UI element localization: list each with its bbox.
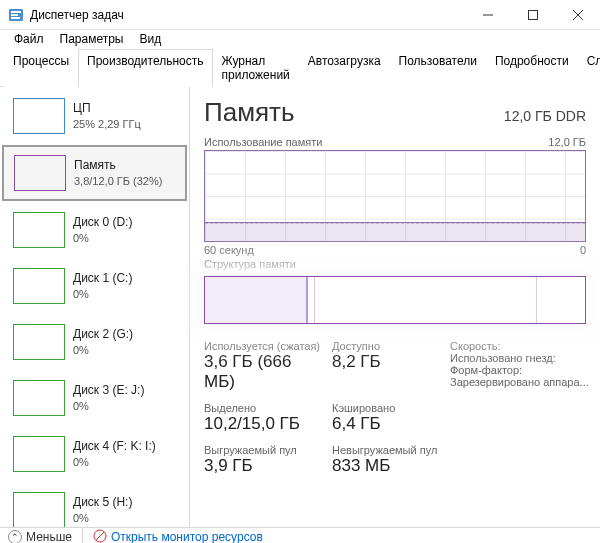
sidebar-item-3[interactable]: Диск 1 (C:)0% — [2, 259, 187, 313]
less-label: Меньше — [26, 530, 72, 543]
usage-chart — [204, 150, 586, 242]
svg-rect-3 — [11, 17, 20, 19]
app-icon — [8, 7, 24, 23]
chart-x-end: 0 — [580, 244, 586, 256]
sidebar-item-6[interactable]: Диск 4 (F: K: I:)0% — [2, 427, 187, 481]
resource-monitor-icon — [93, 529, 107, 544]
sidebar-thumb-icon — [13, 380, 65, 416]
paged-label: Выгружаемый пул — [204, 444, 324, 456]
nonpaged-label: Невыгружаемый пул — [332, 444, 442, 456]
avail-value: 8,2 ГБ — [332, 352, 442, 372]
tab-performance[interactable]: Производительность — [78, 49, 212, 87]
memory-composition — [204, 276, 586, 324]
commit-value: 10,2/15,0 ГБ — [204, 414, 324, 434]
sidebar-item-name: Диск 4 (F: K: I:) — [73, 438, 156, 454]
slots-label: Использовано гнезд: — [450, 352, 600, 364]
svg-line-9 — [96, 532, 104, 540]
sidebar-item-sub: 0% — [73, 231, 132, 246]
sidebar-item-name: Диск 3 (E: J:) — [73, 382, 144, 398]
speed-label: Скорость: — [450, 340, 600, 352]
tab-details[interactable]: Подробности — [486, 49, 578, 87]
page-title: Память — [204, 97, 295, 128]
sidebar-item-name: Диск 2 (G:) — [73, 326, 133, 342]
sidebar-item-name: Диск 1 (C:) — [73, 270, 132, 286]
sidebar-item-1[interactable]: Память3,8/12,0 ГБ (32%) — [2, 145, 187, 201]
stats-grid: Используется (сжатая)3,6 ГБ (666 МБ) Дос… — [204, 340, 586, 482]
sidebar-thumb-icon — [14, 155, 66, 191]
menubar: Файл Параметры Вид — [0, 30, 600, 48]
close-button[interactable] — [555, 0, 600, 29]
struct-label: Структура памяти — [204, 258, 586, 270]
sidebar-item-sub: 25% 2,29 ГГц — [73, 117, 141, 132]
sidebar[interactable]: ЦП25% 2,29 ГГцПамять3,8/12,0 ГБ (32%)Дис… — [0, 87, 190, 527]
sidebar-item-sub: 3,8/12,0 ГБ (32%) — [74, 174, 162, 189]
memory-spec: 12,0 ГБ DDR — [504, 108, 586, 124]
sidebar-item-sub: 0% — [73, 343, 133, 358]
resource-monitor-label: Открыть монитор ресурсов — [111, 530, 263, 543]
sidebar-item-sub: 0% — [73, 287, 132, 302]
menu-view[interactable]: Вид — [131, 30, 169, 48]
sidebar-thumb-icon — [13, 324, 65, 360]
sidebar-thumb-icon — [13, 98, 65, 134]
tab-users[interactable]: Пользователи — [390, 49, 486, 87]
nonpaged-value: 833 МБ — [332, 456, 442, 476]
tabs: Процессы Производительность Журнал прило… — [0, 48, 600, 87]
used-value: 3,6 ГБ (666 МБ) — [204, 352, 324, 392]
menu-options[interactable]: Параметры — [52, 30, 132, 48]
sidebar-item-0[interactable]: ЦП25% 2,29 ГГц — [2, 89, 187, 143]
svg-rect-2 — [11, 14, 18, 16]
sidebar-item-sub: 0% — [73, 399, 144, 414]
menu-file[interactable]: Файл — [6, 30, 52, 48]
svg-rect-5 — [528, 10, 537, 19]
sidebar-item-sub: 0% — [73, 455, 156, 470]
sidebar-thumb-icon — [13, 212, 65, 248]
usage-label: Использование памяти — [204, 136, 322, 148]
tab-services[interactable]: Службы — [578, 49, 600, 87]
sidebar-item-name: Диск 0 (D:) — [73, 214, 132, 230]
sidebar-item-name: Память — [74, 157, 162, 173]
cached-label: Кэшировано — [332, 402, 442, 414]
svg-rect-1 — [11, 11, 21, 13]
sidebar-item-7[interactable]: Диск 5 (H:)0% — [2, 483, 187, 527]
reserved-label: Зарезервировано аппара... — [450, 376, 600, 388]
paged-value: 3,9 ГБ — [204, 456, 324, 476]
avail-label: Доступно — [332, 340, 442, 352]
titlebar: Диспетчер задач — [0, 0, 600, 30]
sidebar-item-sub: 0% — [73, 511, 132, 526]
divider — [82, 528, 83, 543]
fewer-details-button[interactable]: ⌃ Меньше — [8, 530, 72, 543]
sidebar-item-5[interactable]: Диск 3 (E: J:)0% — [2, 371, 187, 425]
sidebar-item-name: Диск 5 (H:) — [73, 494, 132, 510]
form-label: Форм-фактор: — [450, 364, 600, 376]
tab-startup[interactable]: Автозагрузка — [299, 49, 390, 87]
sidebar-item-name: ЦП — [73, 100, 141, 116]
chart-x-start: 60 секунд — [204, 244, 254, 256]
tab-history[interactable]: Журнал приложений — [213, 49, 299, 87]
chevron-up-icon: ⌃ — [8, 530, 22, 543]
sidebar-thumb-icon — [13, 436, 65, 472]
sidebar-item-4[interactable]: Диск 2 (G:)0% — [2, 315, 187, 369]
sidebar-thumb-icon — [13, 268, 65, 304]
usage-max: 12,0 ГБ — [548, 136, 586, 148]
sidebar-thumb-icon — [13, 492, 65, 527]
tab-processes[interactable]: Процессы — [4, 49, 78, 87]
footer: ⌃ Меньше Открыть монитор ресурсов — [0, 527, 600, 543]
main-panel: Память 12,0 ГБ DDR Использование памяти … — [190, 87, 600, 527]
commit-label: Выделено — [204, 402, 324, 414]
window-title: Диспетчер задач — [30, 8, 465, 22]
maximize-button[interactable] — [510, 0, 555, 29]
sidebar-item-2[interactable]: Диск 0 (D:)0% — [2, 203, 187, 257]
minimize-button[interactable] — [465, 0, 510, 29]
open-resource-monitor-link[interactable]: Открыть монитор ресурсов — [93, 529, 263, 544]
used-label: Используется (сжатая) — [204, 340, 324, 352]
cached-value: 6,4 ГБ — [332, 414, 442, 434]
